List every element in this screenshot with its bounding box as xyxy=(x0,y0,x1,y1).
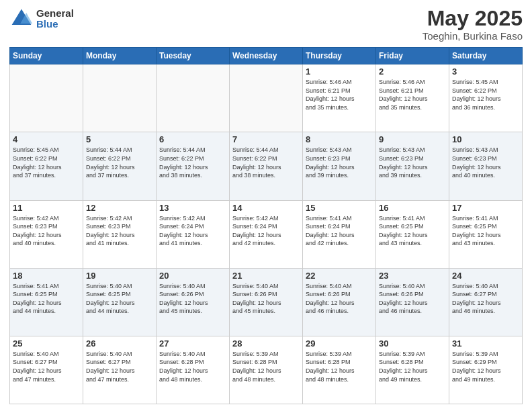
day-number: 31 xyxy=(452,338,519,349)
day-number: 18 xyxy=(13,271,80,281)
day-number: 10 xyxy=(452,134,519,144)
col-monday: Monday xyxy=(83,48,157,64)
day-number: 28 xyxy=(232,338,300,349)
day-info: Sunrise: 5:41 AM Sunset: 6:24 PM Dayligh… xyxy=(306,214,373,248)
day-info: Sunrise: 5:40 AM Sunset: 6:26 PM Dayligh… xyxy=(232,282,300,316)
calendar-cell: 17Sunrise: 5:41 AM Sunset: 6:25 PM Dayli… xyxy=(449,200,523,268)
day-number: 1 xyxy=(306,66,373,77)
title-block: May 2025 Toeghin, Burkina Faso xyxy=(423,7,523,42)
day-number: 8 xyxy=(306,134,373,144)
day-info: Sunrise: 5:45 AM Sunset: 6:22 PM Dayligh… xyxy=(13,146,80,179)
day-info: Sunrise: 5:42 AM Sunset: 6:23 PM Dayligh… xyxy=(86,214,153,248)
day-number: 3 xyxy=(452,66,519,77)
day-info: Sunrise: 5:40 AM Sunset: 6:27 PM Dayligh… xyxy=(86,350,153,383)
calendar-cell: 14Sunrise: 5:42 AM Sunset: 6:24 PM Dayli… xyxy=(230,200,303,268)
day-info: Sunrise: 5:43 AM Sunset: 6:23 PM Dayligh… xyxy=(379,146,446,179)
day-number: 13 xyxy=(159,203,226,213)
day-info: Sunrise: 5:40 AM Sunset: 6:27 PM Dayligh… xyxy=(13,350,80,383)
day-info: Sunrise: 5:45 AM Sunset: 6:22 PM Dayligh… xyxy=(452,78,519,111)
day-info: Sunrise: 5:41 AM Sunset: 6:25 PM Dayligh… xyxy=(379,214,446,248)
calendar-cell: 6Sunrise: 5:44 AM Sunset: 6:22 PM Daylig… xyxy=(157,132,230,200)
calendar-cell: 11Sunrise: 5:42 AM Sunset: 6:23 PM Dayli… xyxy=(10,200,83,268)
calendar-cell xyxy=(230,64,303,132)
calendar-cell: 20Sunrise: 5:40 AM Sunset: 6:26 PM Dayli… xyxy=(157,268,230,336)
day-info: Sunrise: 5:42 AM Sunset: 6:24 PM Dayligh… xyxy=(232,214,300,248)
day-info: Sunrise: 5:40 AM Sunset: 6:26 PM Dayligh… xyxy=(159,282,226,316)
subtitle: Toeghin, Burkina Faso xyxy=(423,30,523,42)
calendar-table: Sunday Monday Tuesday Wednesday Thursday… xyxy=(9,47,523,404)
day-number: 20 xyxy=(159,271,226,281)
calendar-cell xyxy=(10,64,83,132)
day-number: 5 xyxy=(86,134,153,144)
main-title: May 2025 xyxy=(423,7,523,30)
day-info: Sunrise: 5:46 AM Sunset: 6:21 PM Dayligh… xyxy=(379,78,446,111)
calendar-cell: 7Sunrise: 5:44 AM Sunset: 6:22 PM Daylig… xyxy=(230,132,303,200)
col-sunday: Sunday xyxy=(10,48,83,64)
calendar-cell: 23Sunrise: 5:40 AM Sunset: 6:26 PM Dayli… xyxy=(376,268,449,336)
calendar-cell: 9Sunrise: 5:43 AM Sunset: 6:23 PM Daylig… xyxy=(376,132,449,200)
calendar-cell: 2Sunrise: 5:46 AM Sunset: 6:21 PM Daylig… xyxy=(376,64,449,132)
day-info: Sunrise: 5:43 AM Sunset: 6:23 PM Dayligh… xyxy=(452,146,519,179)
calendar-cell: 18Sunrise: 5:41 AM Sunset: 6:25 PM Dayli… xyxy=(10,268,83,336)
calendar-cell: 27Sunrise: 5:40 AM Sunset: 6:28 PM Dayli… xyxy=(157,336,230,404)
calendar-cell: 21Sunrise: 5:40 AM Sunset: 6:26 PM Dayli… xyxy=(230,268,303,336)
calendar-cell xyxy=(83,64,157,132)
col-saturday: Saturday xyxy=(449,48,523,64)
logo-blue-text: Blue xyxy=(36,19,74,30)
day-info: Sunrise: 5:44 AM Sunset: 6:22 PM Dayligh… xyxy=(232,146,300,179)
day-number: 7 xyxy=(232,134,300,144)
day-number: 14 xyxy=(232,203,300,213)
day-number: 12 xyxy=(86,203,153,213)
calendar-cell: 24Sunrise: 5:40 AM Sunset: 6:27 PM Dayli… xyxy=(449,268,523,336)
day-info: Sunrise: 5:39 AM Sunset: 6:28 PM Dayligh… xyxy=(306,350,373,383)
calendar-header-row: Sunday Monday Tuesday Wednesday Thursday… xyxy=(10,48,523,64)
day-info: Sunrise: 5:39 AM Sunset: 6:28 PM Dayligh… xyxy=(379,350,446,383)
calendar-cell: 25Sunrise: 5:40 AM Sunset: 6:27 PM Dayli… xyxy=(10,336,83,404)
logo-icon xyxy=(9,7,34,31)
col-wednesday: Wednesday xyxy=(230,48,303,64)
page: General Blue May 2025 Toeghin, Burkina F… xyxy=(0,0,532,411)
logo-general-text: General xyxy=(36,8,74,19)
day-number: 2 xyxy=(379,66,446,77)
day-info: Sunrise: 5:40 AM Sunset: 6:25 PM Dayligh… xyxy=(86,282,153,316)
day-number: 11 xyxy=(13,203,80,213)
day-info: Sunrise: 5:42 AM Sunset: 6:24 PM Dayligh… xyxy=(159,214,226,248)
calendar-cell: 8Sunrise: 5:43 AM Sunset: 6:23 PM Daylig… xyxy=(303,132,376,200)
logo-text: General Blue xyxy=(36,8,74,30)
calendar-cell: 30Sunrise: 5:39 AM Sunset: 6:28 PM Dayli… xyxy=(376,336,449,404)
day-number: 15 xyxy=(306,203,373,213)
day-info: Sunrise: 5:44 AM Sunset: 6:22 PM Dayligh… xyxy=(159,146,226,179)
col-tuesday: Tuesday xyxy=(157,48,230,64)
calendar-cell: 4Sunrise: 5:45 AM Sunset: 6:22 PM Daylig… xyxy=(10,132,83,200)
day-info: Sunrise: 5:40 AM Sunset: 6:26 PM Dayligh… xyxy=(379,282,446,316)
day-number: 25 xyxy=(13,338,80,349)
day-info: Sunrise: 5:39 AM Sunset: 6:28 PM Dayligh… xyxy=(232,350,300,383)
calendar-cell: 31Sunrise: 5:39 AM Sunset: 6:29 PM Dayli… xyxy=(449,336,523,404)
day-number: 22 xyxy=(306,271,373,281)
calendar-cell: 5Sunrise: 5:44 AM Sunset: 6:22 PM Daylig… xyxy=(83,132,157,200)
week-row-5: 25Sunrise: 5:40 AM Sunset: 6:27 PM Dayli… xyxy=(10,336,523,404)
col-thursday: Thursday xyxy=(303,48,376,64)
header: General Blue May 2025 Toeghin, Burkina F… xyxy=(9,7,523,42)
day-info: Sunrise: 5:43 AM Sunset: 6:23 PM Dayligh… xyxy=(306,146,373,179)
col-friday: Friday xyxy=(376,48,449,64)
day-number: 21 xyxy=(232,271,300,281)
calendar-cell: 16Sunrise: 5:41 AM Sunset: 6:25 PM Dayli… xyxy=(376,200,449,268)
day-info: Sunrise: 5:42 AM Sunset: 6:23 PM Dayligh… xyxy=(13,214,80,248)
calendar-cell: 29Sunrise: 5:39 AM Sunset: 6:28 PM Dayli… xyxy=(303,336,376,404)
day-number: 29 xyxy=(306,338,373,349)
calendar-cell: 15Sunrise: 5:41 AM Sunset: 6:24 PM Dayli… xyxy=(303,200,376,268)
logo: General Blue xyxy=(9,7,74,31)
day-info: Sunrise: 5:46 AM Sunset: 6:21 PM Dayligh… xyxy=(306,78,373,111)
day-info: Sunrise: 5:40 AM Sunset: 6:28 PM Dayligh… xyxy=(159,350,226,383)
day-number: 17 xyxy=(452,203,519,213)
calendar-cell: 12Sunrise: 5:42 AM Sunset: 6:23 PM Dayli… xyxy=(83,200,157,268)
calendar-cell: 1Sunrise: 5:46 AM Sunset: 6:21 PM Daylig… xyxy=(303,64,376,132)
day-number: 27 xyxy=(159,338,226,349)
week-row-4: 18Sunrise: 5:41 AM Sunset: 6:25 PM Dayli… xyxy=(10,268,523,336)
week-row-2: 4Sunrise: 5:45 AM Sunset: 6:22 PM Daylig… xyxy=(10,132,523,200)
calendar-cell: 19Sunrise: 5:40 AM Sunset: 6:25 PM Dayli… xyxy=(83,268,157,336)
calendar-cell: 13Sunrise: 5:42 AM Sunset: 6:24 PM Dayli… xyxy=(157,200,230,268)
calendar-cell xyxy=(157,64,230,132)
week-row-1: 1Sunrise: 5:46 AM Sunset: 6:21 PM Daylig… xyxy=(10,64,523,132)
